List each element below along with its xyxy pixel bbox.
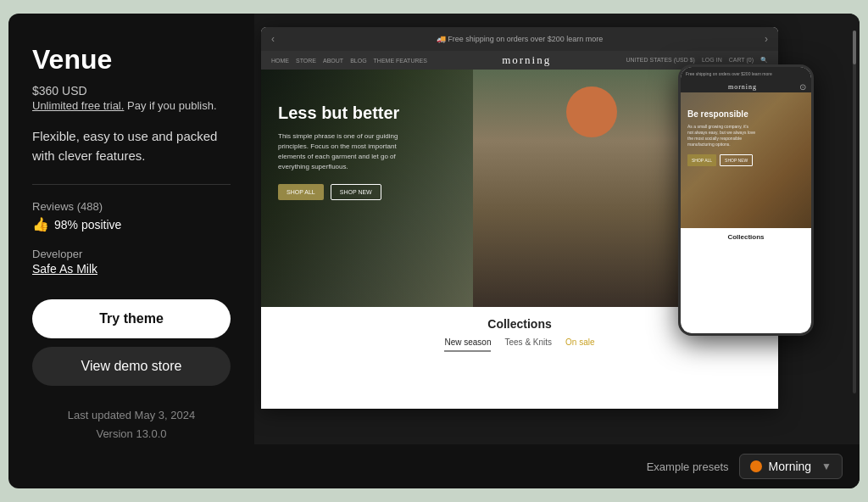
mobile-hero-buttons: SHOP ALL SHOP NEW (687, 154, 755, 166)
developer-link[interactable]: Safe As Milk (32, 262, 231, 276)
trial-label: Unlimited free trial. (32, 99, 124, 112)
country-selector[interactable]: UNITED STATES (USD $) (626, 57, 695, 64)
right-panel: ‹ 🚚 Free shipping on orders over $200 le… (254, 14, 860, 488)
reviews-value: 👍 98% positive (32, 216, 231, 232)
app-container: Venue $360 USD Unlimited free trial. Pay… (8, 14, 860, 488)
reviews-label: Reviews (488) (32, 200, 231, 213)
nav-theme-features[interactable]: THEME FEATURES (374, 58, 427, 64)
shop-new-button[interactable]: SHOP NEW (331, 184, 381, 200)
cart-link[interactable]: CART (0) (729, 57, 754, 64)
mobile-hero-title: Be responsible (687, 109, 755, 119)
try-theme-button[interactable]: Try theme (32, 299, 231, 338)
tab-new-season[interactable]: New season (444, 337, 491, 352)
mobile-collections-title: Collections (686, 233, 806, 241)
preset-selector[interactable]: Morning ▼ (739, 454, 843, 479)
bottom-bar: Example presets Morning ▼ (254, 444, 860, 488)
search-icon[interactable]: 🔍 (760, 57, 768, 64)
desktop-right-nav: UNITED STATES (USD $) LOG IN CART (0) 🔍 (626, 57, 768, 64)
mobile-inner: Free shipping on orders over $200 learn … (681, 67, 811, 333)
theme-description: Flexible, easy to use and packed with cl… (32, 127, 231, 165)
trial-sub: Pay if you publish. (127, 99, 217, 112)
mobile-shop-all-button[interactable]: SHOP ALL (687, 154, 716, 166)
nav-about[interactable]: ABOUT (323, 58, 343, 64)
collections-tabs: New season Tees & Knits On sale (271, 337, 768, 352)
reviews-percent: 98% positive (54, 218, 121, 231)
hero-description: This simple phrase is one of our guiding… (278, 131, 414, 172)
developer-label: Developer (32, 248, 231, 260)
thumbs-up-icon: 👍 (32, 216, 49, 232)
preset-name: Morning (769, 460, 812, 473)
login-link[interactable]: LOG IN (702, 57, 722, 64)
hero-title: Less but better (278, 103, 414, 123)
shipping-text: 🚚 Free shipping on orders over $200 lear… (283, 35, 756, 43)
divider (32, 184, 231, 185)
version: Version 13.0.0 (32, 425, 231, 443)
meta-info: Last updated May 3, 2024 Version 13.0.0 (32, 406, 231, 443)
free-trial-line: Unlimited free trial. Pay if you publish… (32, 99, 231, 112)
tab-tees-knits[interactable]: Tees & Knits (504, 337, 552, 352)
scrollbar[interactable] (853, 31, 856, 393)
preset-color-dot (750, 460, 762, 472)
next-arrow-icon[interactable]: › (765, 33, 768, 45)
preview-area: ‹ 🚚 Free shipping on orders over $200 le… (254, 14, 860, 444)
hero-text-block: Less but better This simple phrase is on… (278, 103, 414, 200)
mobile-collections: Collections (681, 228, 811, 249)
hero-person-figure (473, 70, 710, 307)
last-updated: Last updated May 3, 2024 (32, 406, 231, 425)
price: $360 USD (32, 84, 231, 98)
desktop-nav-links: HOME STORE ABOUT BLOG THEME FEATURES (271, 58, 427, 64)
mobile-top-bar: Free shipping on orders over $200 learn … (681, 67, 811, 81)
scrollbar-thumb[interactable] (853, 31, 856, 64)
mobile-hero: Be responsible As a small growing compan… (681, 92, 811, 228)
mobile-shipping-text: Free shipping on orders over $200 learn … (686, 71, 772, 76)
view-demo-button[interactable]: View demo store (32, 347, 231, 386)
desktop-logo: morning (441, 53, 613, 67)
nav-home[interactable]: HOME (271, 58, 289, 64)
nav-store[interactable]: STORE (296, 58, 316, 64)
mobile-hero-description: As a small growing company, it's not alw… (687, 124, 755, 148)
prev-arrow-icon[interactable]: ‹ (271, 33, 275, 45)
mobile-preview: Free shipping on orders over $200 learn … (678, 64, 814, 336)
shop-all-button[interactable]: SHOP ALL (278, 184, 324, 200)
mobile-hero-text: Be responsible As a small growing compan… (687, 109, 755, 166)
mobile-logo: morning (686, 83, 799, 91)
hero-buttons: SHOP ALL SHOP NEW (278, 184, 414, 200)
mobile-search-icon[interactable]: ⊙ (799, 82, 806, 92)
chevron-down-icon: ▼ (821, 460, 832, 472)
desktop-top-bar: ‹ 🚚 Free shipping on orders over $200 le… (261, 27, 778, 51)
mobile-shop-new-button[interactable]: SHOP NEW (720, 154, 753, 166)
tab-on-sale[interactable]: On sale (565, 337, 594, 352)
left-panel: Venue $360 USD Unlimited free trial. Pay… (8, 14, 254, 488)
example-presets-label: Example presets (647, 460, 729, 473)
nav-blog[interactable]: BLOG (350, 58, 366, 64)
theme-title: Venue (32, 44, 231, 75)
